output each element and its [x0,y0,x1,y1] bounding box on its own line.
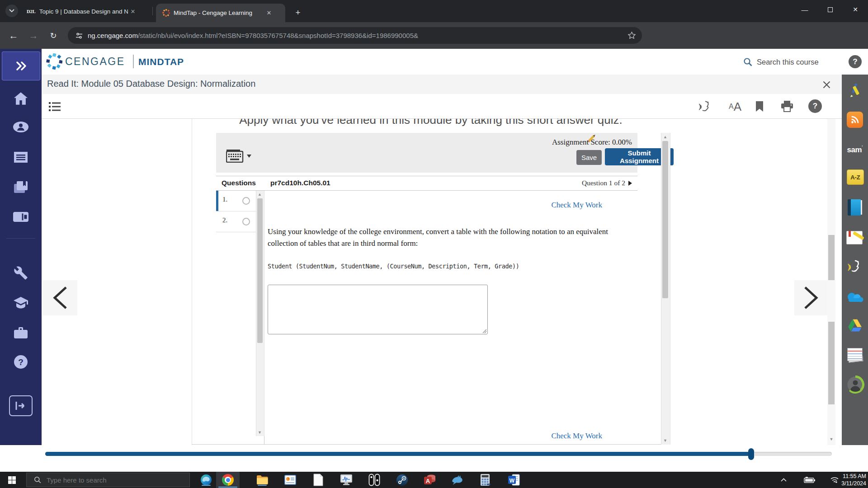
nav-logout-button[interactable] [9,395,33,416]
taskbar-file-explorer[interactable] [256,474,269,486]
forward-button[interactable]: → [25,30,42,41]
read-aloud-icon[interactable] [697,99,712,114]
tab-search-button[interactable] [5,5,18,17]
next-question-icon[interactable] [628,181,632,186]
sam-app-icon[interactable]: sam’ [844,143,866,157]
cengage-spark-icon [46,53,62,70]
scrollbar-thumb-upper[interactable] [828,235,835,280]
help-circle-button[interactable]: ? [849,55,862,68]
window-maximize-button[interactable] [817,0,843,19]
previous-page-button[interactable] [43,280,77,315]
mindtap-favicon [162,9,170,17]
taskbar-word[interactable]: W [507,474,521,486]
back-button[interactable]: ← [5,30,22,41]
study-guide-icon[interactable] [846,230,863,245]
tab-close-icon[interactable]: ✕ [264,8,274,18]
print-icon[interactable] [779,99,795,114]
scrollbar-thumb[interactable] [257,198,263,343]
chevron-left-icon [52,286,68,310]
taskbar-notepad[interactable] [312,473,325,487]
window-minimize-button[interactable]: — [792,0,817,19]
nav-account-icon[interactable] [12,119,29,135]
check-my-work-top[interactable]: Check My Work [551,201,602,210]
window-close-button[interactable]: ✕ [843,0,868,19]
new-tab-button[interactable]: + [292,7,304,19]
nav-career-icon[interactable] [12,325,29,340]
taskbar-chrome[interactable] [216,472,240,488]
tab-close-icon[interactable]: ✕ [128,6,138,16]
next-page-button[interactable] [794,280,828,315]
bookmark-star-icon[interactable] [626,30,637,42]
nav-tools-icon[interactable] [12,265,29,281]
progress-handle[interactable] [748,448,754,460]
quiz-header-row: Questions pr7cd10h.Ch05.01 Question 1 of… [216,176,637,191]
taskbar-access[interactable]: A [423,474,437,486]
site-settings-icon[interactable] [75,32,83,40]
resize-handle-icon[interactable] [482,329,487,333]
reload-button[interactable]: ↻ [45,30,61,41]
start-button[interactable] [0,472,24,488]
omnibox[interactable]: ng.cengage.com/static/nb/ui/evo/index.ht… [68,27,642,44]
profile-progress-icon[interactable] [846,375,864,394]
taskbar-chrome-cell[interactable] [216,472,240,488]
taskbar-edge[interactable] [200,474,212,486]
taskbar-search-box[interactable] [26,473,190,487]
tab-d2l[interactable]: D2L Topic 9 | Database Design and N ✕ [21,4,147,19]
nav-expand-button[interactable] [2,52,40,80]
taskbar-steam[interactable] [396,474,408,486]
scrollbar-thumb-lower[interactable] [828,322,835,404]
scroll-down-icon[interactable]: ▼ [827,436,835,442]
dictionary-icon[interactable] [848,199,862,216]
rss-feed-icon[interactable] [847,112,863,128]
question-pagination[interactable]: Question 1 of 2 [582,179,632,187]
activity-title-bar: Read It: Module 05 Database Design: Norm… [42,75,842,94]
notecards-icon[interactable] [846,347,863,364]
onedrive-icon[interactable] [846,291,864,304]
bookmark-icon[interactable] [752,99,767,114]
question-list-scrollbar[interactable]: ▲ ▼ [256,191,264,436]
taskbar-calculator[interactable] [479,473,491,487]
tab-divider [152,7,153,15]
read-speaker-icon[interactable] [847,259,863,275]
tray-battery-icon[interactable] [803,475,816,484]
nav-home-icon[interactable] [12,91,29,106]
taskbar-presentation[interactable] [284,474,297,486]
page-scrollbar[interactable]: ▼ [827,119,835,445]
toolbar-help-icon[interactable]: ? [808,99,822,113]
scroll-down-icon[interactable]: ▼ [661,438,669,443]
tray-chevron-up-icon[interactable] [778,475,789,484]
google-drive-icon[interactable] [847,318,863,334]
nav-help-icon[interactable]: ? [12,354,29,370]
text-size-large-a: A [734,100,741,114]
question-status-radio[interactable] [242,197,250,205]
taskbar-system-monitor[interactable] [340,474,353,486]
taskbar-dolphin[interactable] [451,474,464,486]
close-activity-icon[interactable] [820,78,833,91]
tray-clock[interactable]: 11:55 AM 3/11/2024 [839,473,866,487]
highlighter-pen-icon[interactable] [847,82,863,98]
glossary-az-icon[interactable]: A-Z [847,169,864,185]
save-button[interactable]: Save [576,150,602,165]
tray-date: 3/11/2024 [839,480,866,487]
scrollbar-thumb[interactable] [662,141,668,298]
tray-time: 11:55 AM [839,473,866,480]
scroll-up-icon[interactable]: ▲ [661,134,669,140]
text-size-icon[interactable]: AA [725,99,745,114]
check-my-work-bottom[interactable]: Check My Work [551,432,602,441]
nav-study-hub-icon[interactable] [12,295,29,310]
tab-mindtap[interactable]: MindTap - Cengage Learning ✕ [156,4,285,22]
table-of-contents-icon[interactable] [48,100,61,113]
scroll-up-icon[interactable]: ▲ [256,192,263,197]
nav-library-icon[interactable] [12,179,29,195]
course-search[interactable]: Search this course [743,55,819,69]
reader-content: Apply what you've learned in this module… [42,119,842,445]
taskbar-nintendo-switch[interactable] [368,473,381,487]
taskbar-search-input[interactable] [46,476,174,484]
answer-textarea[interactable] [268,285,488,334]
quiz-pane-scrollbar[interactable]: ▲ ▼ [661,133,670,445]
nav-assignments-icon[interactable] [12,150,29,165]
scroll-down-icon[interactable]: ▼ [256,430,263,435]
question-status-radio[interactable] [242,218,250,225]
nav-flashcards-icon[interactable] [12,209,29,225]
keyboard-dropdown[interactable] [226,149,251,163]
